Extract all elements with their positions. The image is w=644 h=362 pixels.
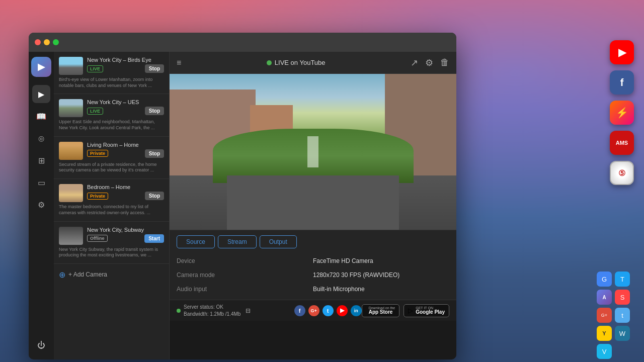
- youtube-app-icon[interactable]: ▶: [610, 40, 634, 64]
- mini-app-twitter[interactable]: t: [615, 308, 630, 323]
- mini-app-text[interactable]: A: [597, 290, 612, 305]
- add-camera-label: + Add Camera: [68, 271, 107, 278]
- monitor-icon: ▭: [38, 178, 45, 188]
- share-icon[interactable]: ↗: [411, 57, 418, 68]
- camera-info-1: New York City – Birds Eye LIVE Stop: [87, 57, 164, 75]
- facebook-icon-label: f: [620, 77, 624, 88]
- add-camera-icon: ⊕: [59, 270, 65, 280]
- google-play-badge[interactable]: ▷ GET IT ON Google Play: [404, 304, 449, 317]
- bandwidth-icon: ⊟: [246, 307, 251, 314]
- google-play-icon: ▷: [408, 307, 413, 314]
- camera-info-5: New York City, Subway Offline Start: [87, 227, 164, 245]
- server-status-dot: [177, 309, 181, 313]
- settings-icon[interactable]: ⚙: [425, 57, 433, 68]
- camera-info-4: Bedroom – Home Private Stop: [87, 184, 164, 202]
- tab-row: Source Stream Output: [177, 235, 449, 248]
- add-camera-button[interactable]: ⊕ + Add Camera: [54, 264, 169, 286]
- status-badge-3: Private: [87, 150, 108, 157]
- google-play-label: Google Play: [416, 310, 445, 315]
- tab-source[interactable]: Source: [177, 235, 215, 248]
- tab-stream[interactable]: Stream: [218, 235, 257, 248]
- sidebar-item-settings[interactable]: ⚙: [32, 196, 50, 214]
- main-content: ▶ ▶ 📖 ◎ ⊞ ▭ ⚙ ⏻: [29, 52, 456, 359]
- sidebar-item-grid[interactable]: ⊞: [32, 151, 50, 169]
- delete-icon[interactable]: 🗑: [440, 57, 449, 68]
- power-icon: ⏻: [37, 341, 45, 350]
- status-badge-2: LIVE: [87, 108, 103, 115]
- live-dot: [267, 60, 272, 65]
- mini-app-google[interactable]: G: [597, 272, 612, 287]
- camera-item-1[interactable]: New York City – Birds Eye LIVE Stop Bird…: [54, 52, 169, 94]
- facebook-social-icon[interactable]: f: [294, 305, 305, 316]
- top-bar-actions: ↗ ⚙ 🗑: [411, 57, 449, 68]
- view-area: ≡ LIVE on YouTube ↗ ⚙ 🗑: [170, 52, 456, 359]
- home-icon: ▶: [38, 89, 44, 99]
- camera-name-3: Living Room – Home: [87, 142, 164, 148]
- app-store-badge[interactable]: Download on the App Store: [362, 304, 400, 317]
- title-bar: [29, 33, 456, 52]
- camera-desc-2: Upper East Side and neighborhood, Manhat…: [59, 119, 164, 131]
- location-icon: ◎: [38, 134, 44, 142]
- camera-mode-label: Camera mode: [177, 269, 313, 281]
- mini-app-yahoo[interactable]: Y: [597, 326, 612, 341]
- stop-button-1[interactable]: Stop: [145, 64, 164, 73]
- camera-info-3: Living Room – Home Private Stop: [87, 142, 164, 160]
- sidebar-item-monitor[interactable]: ▭: [32, 173, 50, 192]
- camera-name-5: New York City, Subway: [87, 227, 164, 233]
- camera-name-4: Bedroom – Home: [87, 184, 164, 190]
- sidebar-item-location[interactable]: ◎: [32, 129, 50, 147]
- minimize-button[interactable]: [44, 39, 50, 45]
- camera-mode-value: 644x362 30 FPS (RAWVIDEO): [313, 269, 449, 281]
- camera-desc-5: New York City Subway, the rapid transit …: [59, 247, 164, 258]
- live-indicator: LIVE on YouTube: [267, 59, 326, 66]
- camera-item-5[interactable]: New York City, Subway Offline Start New …: [54, 222, 169, 264]
- app-logo[interactable]: ▶: [31, 57, 51, 77]
- device-value: FaceTime HD Camera: [313, 255, 449, 266]
- close-button[interactable]: [35, 39, 41, 45]
- store-badges: Download on the App Store ▷ GET IT ON Go…: [362, 304, 449, 317]
- mini-app-googleplus[interactable]: G+: [597, 308, 612, 323]
- audio-input-value: Built-in Microphone: [313, 284, 449, 295]
- camera-info-2: New York City – UES LIVE Stop: [87, 99, 164, 117]
- ams-icon-label: AMS: [616, 140, 628, 146]
- stop-button-4[interactable]: Stop: [145, 192, 164, 200]
- start-button-5[interactable]: Start: [144, 234, 164, 243]
- menu-icon[interactable]: ≡: [177, 58, 181, 67]
- youtube-social-icon[interactable]: ▶: [337, 305, 348, 316]
- score5-icon-label: ⑤: [618, 168, 625, 178]
- audio-input-label: Audio input: [177, 284, 313, 295]
- tab-output[interactable]: Output: [260, 235, 297, 248]
- wirephoto-icon-label: ⚡: [616, 107, 628, 119]
- mini-app-wordpress[interactable]: W: [615, 326, 630, 341]
- sidebar-item-home[interactable]: ▶: [32, 85, 50, 103]
- wirephoto-app-icon[interactable]: ⚡: [610, 101, 634, 125]
- mini-app-trello[interactable]: T: [615, 272, 630, 287]
- status-badge-4: Private: [87, 193, 108, 200]
- googleplus-social-icon[interactable]: G+: [308, 305, 319, 316]
- facebook-app-icon[interactable]: f: [610, 70, 634, 95]
- maximize-button[interactable]: [53, 39, 59, 45]
- mini-app-s[interactable]: S: [615, 290, 630, 305]
- bandwidth-text: Bandwidth: 1.2Mb /1.4Mb: [184, 311, 240, 318]
- camera-item-2[interactable]: New York City – UES LIVE Stop Upper East…: [54, 94, 169, 136]
- stop-button-3[interactable]: Stop: [145, 149, 164, 158]
- mini-app-icons: G T A S G+ t Y W V: [597, 272, 637, 359]
- linkedin-social-icon[interactable]: in: [351, 305, 362, 316]
- status-badge-1: LIVE: [87, 65, 103, 72]
- stop-button-2[interactable]: Stop: [145, 107, 164, 115]
- app-store-label: App Store: [369, 310, 395, 315]
- ams-app-icon[interactable]: AMS: [610, 131, 634, 155]
- twitter-social-icon[interactable]: t: [323, 305, 334, 316]
- camera-name-2: New York City – UES: [87, 99, 164, 105]
- camera-thumb-4: [59, 184, 83, 202]
- sidebar-item-library[interactable]: 📖: [32, 107, 50, 125]
- traffic-lights: [35, 39, 59, 45]
- server-ok-text: Server status: OK: [184, 304, 240, 311]
- camera-item-3[interactable]: Living Room – Home Private Stop Secured …: [54, 137, 169, 179]
- score5-app-icon[interactable]: ⑤: [610, 161, 634, 185]
- camera-thumb-3: [59, 142, 83, 160]
- camera-desc-3: Secured stream of a private residence, t…: [59, 162, 164, 173]
- camera-item-4[interactable]: Bedroom – Home Private Stop The master b…: [54, 179, 169, 221]
- sidebar-item-power[interactable]: ⏻: [32, 336, 50, 354]
- mini-app-vimeo[interactable]: V: [597, 344, 612, 359]
